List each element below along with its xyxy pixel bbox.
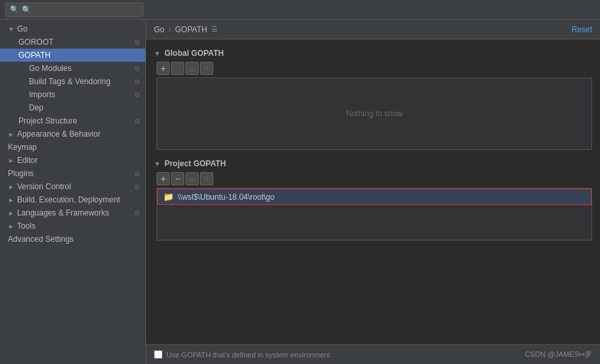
global-add-button[interactable]: +: [157, 62, 170, 75]
global-up-button[interactable]: ▲: [186, 62, 199, 75]
global-gopath-arrow: ▼: [154, 50, 161, 57]
sidebar-item-label: Project Structure: [18, 116, 77, 125]
folder-icon: 📁: [163, 192, 174, 202]
sidebar-item-label: Build Tags & Vendoring: [29, 77, 111, 86]
gear-icon: ⚙: [134, 210, 140, 217]
gear-icon: ⚙: [134, 118, 140, 125]
sidebar-item-editor[interactable]: ►Editor: [0, 154, 145, 167]
sidebar-item-label: Go: [17, 24, 28, 34]
sidebar-item-build-execution[interactable]: ►Build, Execution, Deployment: [0, 193, 145, 206]
sidebar-item-label: Languages & Frameworks: [17, 208, 109, 217]
sidebar-item-label: Plugins: [8, 169, 34, 178]
arrow-icon: ►: [8, 131, 14, 138]
sidebar-item-appearance-behavior[interactable]: ►Appearance & Behavior: [0, 127, 145, 141]
sidebar-item-label: Build, Execution, Deployment: [17, 195, 120, 204]
search-box[interactable]: 🔍: [5, 3, 143, 17]
project-gopath-toolbar: + − ▲ ▼: [146, 171, 600, 188]
top-bar: 🔍: [0, 0, 600, 20]
sidebar-item-tools[interactable]: ►Tools: [0, 219, 145, 233]
sidebar-item-go[interactable]: ▼Go: [0, 22, 145, 35]
project-gopath-label: Project GOPATH: [164, 159, 226, 168]
bottom-bar: Use GOPATH that's defined in system envi…: [146, 344, 600, 364]
empty-text: Nothing to show: [346, 109, 403, 118]
sidebar-item-label: Go Modules: [29, 64, 72, 73]
sidebar-item-dep[interactable]: Dep: [0, 101, 145, 114]
search-input[interactable]: [22, 5, 139, 14]
sidebar-item-gopath[interactable]: GOPATH⚙: [0, 49, 145, 62]
sidebar-item-label: GOPATH: [18, 51, 51, 60]
sidebar-item-label: GOROOT: [18, 37, 53, 47]
use-system-gopath-checkbox[interactable]: [154, 350, 162, 359]
gear-icon: ⚙: [134, 170, 140, 177]
edit-icon: ☰: [211, 25, 218, 34]
sidebar-item-build-tags[interactable]: Build Tags & Vendoring⚙: [0, 75, 145, 88]
sidebar-item-label: Tools: [17, 221, 36, 231]
arrow-icon: ▼: [8, 26, 14, 33]
breadcrumb-parent: Go: [154, 25, 164, 34]
reset-button[interactable]: Reset: [572, 25, 592, 34]
bottom-right-text: CSDN @JAMES↦罗: [525, 350, 592, 359]
project-gopath-list: 📁 \\wsl$\Ubuntu-18.04\root\go: [157, 188, 592, 240]
search-icon: 🔍: [10, 5, 19, 14]
sidebar-item-label: Editor: [17, 156, 38, 165]
arrow-icon: ►: [8, 183, 14, 191]
breadcrumb: Go › GOPATH ☰ Reset: [146, 20, 600, 39]
global-gopath-list: Nothing to show: [157, 78, 592, 150]
main-layout: ▼GoGOROOT⚙GOPATH⚙Go Modules⚙Build Tags &…: [0, 20, 600, 364]
content-area: Go › GOPATH ☰ Reset ▼ Global GOPATH + − …: [146, 20, 600, 364]
sidebar-item-keymap[interactable]: Keymap: [0, 141, 145, 154]
sidebar-item-languages-frameworks[interactable]: ►Languages & Frameworks⚙: [0, 206, 145, 219]
sidebar-item-label: Version Control: [17, 182, 71, 191]
gear-icon: ⚙: [134, 91, 140, 99]
use-system-gopath-label: Use GOPATH that's defined in system envi…: [166, 351, 330, 359]
sidebar-item-version-control[interactable]: ►Version Control⚙: [0, 180, 145, 193]
project-gopath-arrow: ▼: [154, 160, 161, 168]
sidebar-item-project-structure[interactable]: Project Structure⚙: [0, 114, 145, 127]
content-scroll: ▼ Global GOPATH + − ▲ ▼ Nothing to show …: [146, 39, 600, 344]
sidebar-item-label: Dep: [29, 103, 43, 112]
sidebar-item-label: Imports: [29, 90, 55, 99]
arrow-icon: ►: [8, 196, 14, 204]
gear-icon: ⚙: [134, 52, 140, 59]
breadcrumb-separator: ›: [168, 25, 171, 34]
global-down-button[interactable]: ▼: [200, 62, 213, 75]
project-remove-button[interactable]: −: [171, 172, 184, 185]
gear-icon: ⚙: [134, 78, 140, 85]
arrow-icon: ►: [8, 157, 14, 164]
project-up-button[interactable]: ▲: [186, 172, 199, 185]
sidebar-item-advanced-settings[interactable]: Advanced Settings: [0, 233, 145, 246]
sidebar-item-label: Appearance & Behavior: [17, 129, 101, 139]
sidebar-item-imports[interactable]: Imports⚙: [0, 88, 145, 101]
checkbox-area: Use GOPATH that's defined in system envi…: [154, 350, 330, 359]
arrow-icon: ►: [8, 210, 14, 217]
global-gopath-toolbar: + − ▲ ▼: [146, 60, 600, 78]
sidebar-item-goroot[interactable]: GOROOT⚙: [0, 35, 145, 49]
project-add-button[interactable]: +: [157, 172, 170, 185]
arrow-icon: ►: [8, 223, 14, 230]
sidebar-item-label: Advanced Settings: [8, 235, 74, 244]
global-gopath-label: Global GOPATH: [164, 49, 224, 58]
gear-icon: ⚙: [134, 65, 140, 72]
project-gopath-header[interactable]: ▼ Project GOPATH: [146, 155, 600, 171]
sidebar-item-plugins[interactable]: Plugins⚙: [0, 167, 145, 180]
gear-icon: ⚙: [134, 183, 140, 191]
project-down-button[interactable]: ▼: [200, 172, 213, 185]
gear-icon: ⚙: [134, 39, 140, 46]
list-item-path: \\wsl$\Ubuntu-18.04\root\go: [178, 193, 274, 202]
breadcrumb-current: GOPATH: [175, 25, 207, 34]
sidebar-item-go-modules[interactable]: Go Modules⚙: [0, 62, 145, 75]
sidebar: ▼GoGOROOT⚙GOPATH⚙Go Modules⚙Build Tags &…: [0, 20, 146, 364]
global-remove-button[interactable]: −: [171, 62, 184, 75]
sidebar-item-label: Keymap: [8, 143, 37, 152]
global-gopath-header[interactable]: ▼ Global GOPATH: [146, 45, 600, 60]
list-item[interactable]: 📁 \\wsl$\Ubuntu-18.04\root\go: [157, 189, 591, 205]
